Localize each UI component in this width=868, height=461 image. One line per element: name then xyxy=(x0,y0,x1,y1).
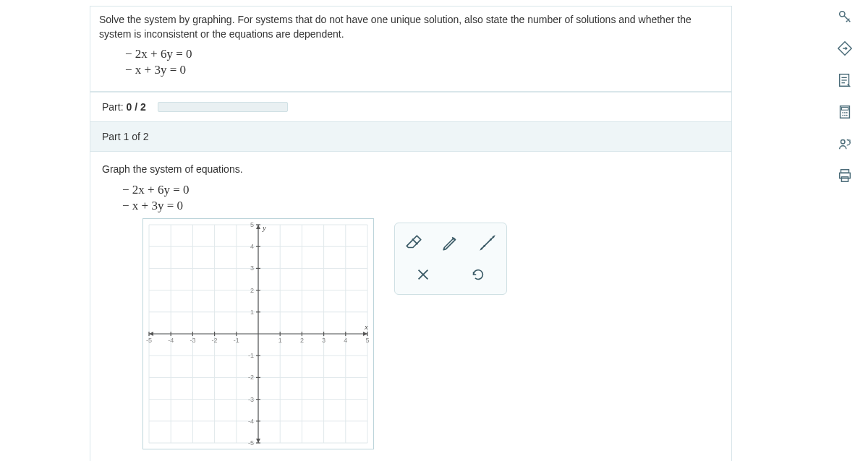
prompt-text: Solve the system by graphing. For system… xyxy=(99,14,692,40)
notes-icon xyxy=(837,72,853,88)
diamond-arrow-icon xyxy=(837,40,853,56)
svg-point-67 xyxy=(483,245,485,247)
undo-icon xyxy=(470,267,486,283)
svg-rect-77 xyxy=(841,108,848,111)
progress-bar xyxy=(158,102,288,112)
svg-text:5: 5 xyxy=(365,337,369,344)
calculator-icon xyxy=(837,104,853,120)
part-instruction: Graph the system of equations. xyxy=(102,163,720,175)
graph-svg[interactable]: -5-4-3-2-112345-5-4-3-2-112345xy xyxy=(143,219,373,449)
svg-text:1: 1 xyxy=(278,337,282,344)
svg-point-84 xyxy=(841,140,846,145)
progress-prefix: Part: xyxy=(102,101,126,113)
svg-text:-4: -4 xyxy=(168,337,174,344)
key-icon xyxy=(837,9,853,25)
hint-button[interactable] xyxy=(835,39,854,58)
tool-row-1 xyxy=(402,231,499,255)
close-icon xyxy=(415,267,431,283)
line-tool[interactable] xyxy=(475,231,499,255)
tool-row-2 xyxy=(402,262,499,287)
key-button[interactable] xyxy=(835,7,854,26)
svg-text:1: 1 xyxy=(250,309,254,316)
svg-text:-4: -4 xyxy=(248,418,254,425)
svg-text:2: 2 xyxy=(300,337,304,344)
svg-point-68 xyxy=(490,238,492,241)
svg-rect-88 xyxy=(841,177,848,181)
clear-button[interactable] xyxy=(411,262,435,287)
svg-text:-5: -5 xyxy=(248,439,254,447)
equation-1: − 2x + 6y = 0 xyxy=(125,46,723,62)
right-rail: ? xyxy=(832,7,858,185)
svg-text:-1: -1 xyxy=(234,337,239,344)
question-prompt: Solve the system by graphing. For system… xyxy=(90,7,731,92)
progress-label: Part: 0 / 2 xyxy=(102,101,146,113)
svg-text:-3: -3 xyxy=(248,396,254,403)
progress-total: 2 xyxy=(140,101,146,113)
svg-point-79 xyxy=(844,112,846,113)
part-header: Part 1 of 2 xyxy=(90,122,732,152)
question-block: Solve the system by graphing. For system… xyxy=(90,6,732,92)
person-speech-icon: ? xyxy=(837,136,853,152)
print-icon xyxy=(837,168,853,184)
svg-text:-2: -2 xyxy=(248,374,254,381)
svg-text:-1: -1 xyxy=(248,352,254,359)
read-aloud-button[interactable]: ? xyxy=(835,134,854,153)
progress-row: Part: 0 / 2 xyxy=(90,92,732,122)
part-body: Graph the system of equations. − 2x + 6y… xyxy=(90,152,732,461)
svg-point-71 xyxy=(840,12,845,17)
svg-text:-3: -3 xyxy=(190,337,195,344)
equation-block-top: − 2x + 6y = 0 − x + 3y = 0 xyxy=(99,42,723,84)
main-content: Solve the system by graphing. For system… xyxy=(90,6,732,461)
equation-2: − x + 3y = 0 xyxy=(125,62,723,78)
calculator-button[interactable] xyxy=(835,103,854,121)
svg-point-81 xyxy=(842,115,843,116)
line-icon xyxy=(478,233,497,252)
pencil-tool[interactable] xyxy=(439,231,463,255)
svg-text:y: y xyxy=(262,223,266,232)
svg-text:2: 2 xyxy=(250,287,254,294)
part-equation-2: − x + 3y = 0 xyxy=(122,198,720,214)
svg-line-66 xyxy=(481,236,493,249)
svg-text:4: 4 xyxy=(250,243,254,250)
pencil-icon xyxy=(441,233,460,252)
svg-text:x: x xyxy=(364,322,368,331)
svg-point-83 xyxy=(846,115,848,116)
svg-text:?: ? xyxy=(848,139,851,144)
svg-point-78 xyxy=(842,112,843,113)
eraser-tool[interactable] xyxy=(402,231,426,255)
svg-point-82 xyxy=(844,115,846,116)
print-button[interactable] xyxy=(835,166,854,185)
graph-tools-row: -5-4-3-2-112345-5-4-3-2-112345xy xyxy=(102,218,720,449)
equation-block-part: − 2x + 6y = 0 − x + 3y = 0 xyxy=(102,182,720,218)
svg-text:5: 5 xyxy=(250,221,254,228)
tool-panel xyxy=(394,223,507,295)
svg-text:4: 4 xyxy=(344,337,347,344)
svg-point-80 xyxy=(846,112,848,113)
eraser-icon xyxy=(404,233,423,252)
svg-text:-2: -2 xyxy=(212,337,218,344)
svg-text:-5: -5 xyxy=(146,337,152,344)
progress-sep: / xyxy=(132,101,140,113)
notes-button[interactable] xyxy=(835,71,854,90)
undo-button[interactable] xyxy=(466,262,490,287)
svg-text:3: 3 xyxy=(250,264,254,272)
graph-canvas[interactable]: -5-4-3-2-112345-5-4-3-2-112345xy xyxy=(142,218,374,449)
part-equation-1: − 2x + 6y = 0 xyxy=(122,182,720,198)
svg-text:3: 3 xyxy=(322,337,326,344)
